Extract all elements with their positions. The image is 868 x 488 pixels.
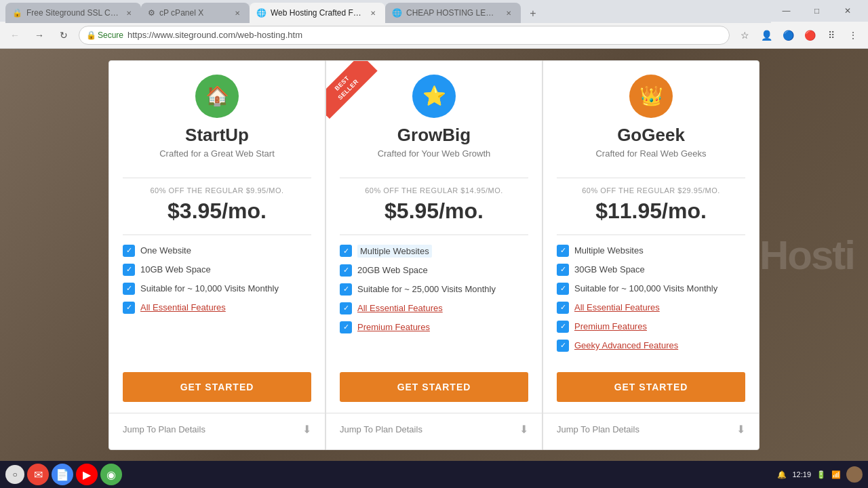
address-bar-row: ← → ↻ 🔒 Secure https://www.siteground.co… xyxy=(0,22,868,49)
pricing-container: 🏠 StartUp Crafted for a Great Web Start … xyxy=(108,60,760,450)
feature-checkbox-gogeek-1: ✓ xyxy=(557,264,569,276)
feature-checkbox-gogeek-5: ✓ xyxy=(557,340,569,352)
chrome-taskbar-icon[interactable]: ◉ xyxy=(100,464,122,485)
extension-icon1[interactable]: 🔵 xyxy=(778,26,797,45)
plan-discount-startup: 60% OFF THE REGULAR $9.95/MO. xyxy=(123,186,311,195)
plan-icon-startup: 🏠 xyxy=(195,75,239,118)
tab-label-tab4: CHEAP HOSTING LEAD... xyxy=(406,8,499,18)
plan-divider2-gogeek xyxy=(557,235,745,235)
profile-icon[interactable]: 👤 xyxy=(757,26,776,45)
feature-text-gogeek-0: Multiple Websites xyxy=(574,245,644,256)
feature-item-gogeek-3: ✓ All Essential Features xyxy=(557,302,745,314)
feature-text-growbig-2: Suitable for ~ 25,000 Visits Monthly xyxy=(357,284,496,294)
avatar-icon xyxy=(846,466,863,483)
address-bar[interactable]: 🔒 Secure https://www.siteground.com/web-… xyxy=(79,26,730,45)
feature-checkbox-growbig-0: ✓ xyxy=(340,245,352,257)
ribbon-text: BESTSELLER xyxy=(326,61,378,119)
chrome-os-button[interactable]: ○ xyxy=(5,465,24,484)
menu-icon[interactable]: ⋮ xyxy=(844,26,863,45)
feature-checkbox-growbig-2: ✓ xyxy=(340,283,352,296)
tab-label-tab1: Free Siteground SSL Cer... xyxy=(26,8,119,18)
new-tab-button[interactable]: + xyxy=(524,4,542,23)
plan-name-startup: StartUp xyxy=(185,125,249,146)
browser-chrome: 🔒 Free Siteground SSL Cer... ✕ ⚙ cP cPan… xyxy=(0,0,868,49)
docs-taskbar-icon[interactable]: 📄 xyxy=(52,464,73,485)
title-bar: 🔒 Free Siteground SSL Cer... ✕ ⚙ cP cPan… xyxy=(0,0,868,22)
plan-divider-gogeek xyxy=(557,178,745,178)
feature-text-gogeek-5[interactable]: Geeky Advanced Features xyxy=(574,340,678,350)
feature-checkbox-gogeek-2: ✓ xyxy=(557,283,569,295)
apps-icon[interactable]: ⠿ xyxy=(822,26,841,45)
plan-price-gogeek: $11.95/mo. xyxy=(557,199,745,224)
back-button[interactable]: ← xyxy=(5,26,24,45)
plan-tagline-startup: Crafted for a Great Web Start xyxy=(159,148,275,159)
plan-divider-growbig xyxy=(340,178,528,178)
taskbar: ○ ✉ 📄 ▶ ◉ 🔔 12:19 🔋 📶 xyxy=(0,461,868,488)
close-button[interactable]: ✕ xyxy=(832,0,863,22)
get-started-button-growbig[interactable]: GET STARTED xyxy=(340,372,528,402)
get-started-button-startup[interactable]: GET STARTED xyxy=(123,372,311,402)
plan-header-startup: 🏠 StartUp Crafted for a Great Web Start xyxy=(123,75,311,159)
browser-tab-tab3[interactable]: 🌐 Web Hosting Crafted Fo... ✕ xyxy=(250,3,385,23)
browser-tab-tab1[interactable]: 🔒 Free Siteground SSL Cer... ✕ xyxy=(5,3,141,23)
tab-close-tab4[interactable]: ✕ xyxy=(503,7,514,18)
feature-item-gogeek-0: ✓ Multiple Websites xyxy=(557,245,745,257)
youtube-taskbar-icon[interactable]: ▶ xyxy=(76,464,98,485)
secure-badge: 🔒 Secure xyxy=(86,30,123,40)
extension-icon2[interactable]: 🔴 xyxy=(800,26,819,45)
tab-close-tab1[interactable]: ✕ xyxy=(123,7,134,18)
feature-checkbox-startup-3: ✓ xyxy=(123,302,135,314)
feature-text-gogeek-4[interactable]: Premium Features xyxy=(574,321,647,331)
feature-checkbox-startup-1: ✓ xyxy=(123,264,135,276)
jump-arrow-gogeek: ⬇ xyxy=(736,423,745,436)
page-content: Hosti 🏠 StartUp Crafted for a Great Web … xyxy=(0,49,868,461)
plan-card-growbig: BESTSELLER ⭐ GrowBig Crafted for Your We… xyxy=(326,60,542,450)
toolbar-icons: ☆ 👤 🔵 🔴 ⠿ ⋮ xyxy=(735,26,863,45)
jump-to-plan-gogeek[interactable]: Jump To Plan Details ⬇ xyxy=(543,413,759,436)
plan-name-gogeek: GoGeek xyxy=(617,125,685,146)
feature-text-growbig-0: Multiple Websites xyxy=(357,245,432,258)
plan-tagline-growbig: Crafted for Your Web Growth xyxy=(378,148,491,159)
browser-tab-tab2[interactable]: ⚙ cP cPanel X ✕ xyxy=(141,3,250,23)
window-controls: — □ ✕ xyxy=(771,0,863,22)
tab-close-tab2[interactable]: ✕ xyxy=(232,7,243,18)
feature-checkbox-growbig-4: ✓ xyxy=(340,321,352,333)
feature-text-growbig-4[interactable]: Premium Features xyxy=(357,322,430,332)
maximize-button[interactable]: □ xyxy=(802,0,832,22)
forward-button[interactable]: → xyxy=(30,26,49,45)
get-started-button-gogeek[interactable]: GET STARTED xyxy=(557,372,745,402)
feature-text-startup-0: One Website xyxy=(140,245,191,256)
gmail-taskbar-icon[interactable]: ✉ xyxy=(27,464,49,485)
feature-item-startup-2: ✓ Suitable for ~ 10,000 Visits Monthly xyxy=(123,283,311,295)
tab-favicon-tab2: ⚙ xyxy=(148,8,155,18)
wifi-icon: 📶 xyxy=(831,470,841,479)
plan-icon-gogeek: 👑 xyxy=(629,75,673,118)
feature-text-growbig-3[interactable]: All Essential Features xyxy=(357,303,443,313)
feature-text-startup-1: 10GB Web Space xyxy=(140,264,211,274)
plan-price-startup: $3.95/mo. xyxy=(123,199,311,224)
bookmark-icon[interactable]: ☆ xyxy=(735,26,754,45)
plan-divider2-startup xyxy=(123,235,311,235)
tab-close-tab3[interactable]: ✕ xyxy=(368,7,378,18)
tab-label-tab2: cP cPanel X xyxy=(159,8,203,18)
minimize-button[interactable]: — xyxy=(771,0,802,22)
feature-text-startup-3[interactable]: All Essential Features xyxy=(140,302,226,312)
tab-label-tab3: Web Hosting Crafted Fo... xyxy=(271,8,363,18)
feature-text-gogeek-3[interactable]: All Essential Features xyxy=(574,302,660,312)
browser-tab-tab4[interactable]: 🌐 CHEAP HOSTING LEAD... ✕ xyxy=(385,3,521,23)
jump-to-plan-startup[interactable]: Jump To Plan Details ⬇ xyxy=(109,413,325,436)
plan-price-growbig: $5.95/mo. xyxy=(340,199,528,224)
feature-item-startup-1: ✓ 10GB Web Space xyxy=(123,264,311,276)
reload-button[interactable]: ↻ xyxy=(54,26,73,45)
jump-label-growbig: Jump To Plan Details xyxy=(340,424,422,434)
tab-favicon-tab3: 🌐 xyxy=(256,8,267,18)
tabs-bar: 🔒 Free Siteground SSL Cer... ✕ ⚙ cP cPan… xyxy=(5,0,771,23)
plan-divider-startup xyxy=(123,178,311,178)
notification-icon: 🔔 xyxy=(777,470,787,479)
jump-to-plan-growbig[interactable]: Jump To Plan Details ⬇ xyxy=(326,413,542,436)
plan-tagline-gogeek: Crafted for Real Web Geeks xyxy=(595,148,706,159)
url-text: https://www.siteground.com/web-hosting.h… xyxy=(127,30,302,40)
feature-checkbox-growbig-1: ✓ xyxy=(340,264,352,277)
plan-discount-gogeek: 60% OFF THE REGULAR $29.95/MO. xyxy=(557,186,745,195)
plan-icon-growbig: ⭐ xyxy=(412,75,456,118)
